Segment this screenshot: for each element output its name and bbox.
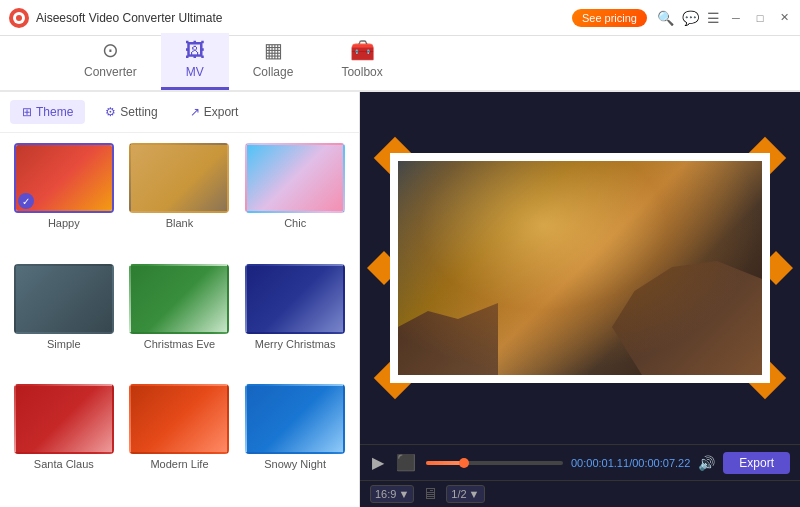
converter-icon: ⊙	[102, 38, 119, 62]
theme-item-santa[interactable]: Santa Claus	[10, 384, 118, 497]
app-logo	[8, 7, 30, 29]
theme-item-modern[interactable]: Modern Life	[126, 384, 234, 497]
progress-bar[interactable]	[426, 461, 563, 465]
theme-thumb-simple	[14, 264, 114, 334]
rock-right	[612, 255, 762, 375]
close-button[interactable]: ✕	[776, 10, 792, 26]
theme-thumb-blank	[129, 143, 229, 213]
video-controls: ▶ ⬛ 00:00:01.11/00:00:07.22 🔊 Export	[360, 444, 800, 480]
theme-item-snowy[interactable]: Snowy Night	[241, 384, 349, 497]
tab-mv[interactable]: 🖼 MV	[161, 33, 229, 90]
theme-thumb-merry-christmas	[245, 264, 345, 334]
left-panel: ⊞ Theme ⚙ Setting ↗ Export ✓ Happy	[0, 92, 360, 507]
tab-converter-label: Converter	[84, 65, 137, 79]
right-panel: ▶ ⬛ 00:00:01.11/00:00:07.22 🔊 Export 16:…	[360, 92, 800, 507]
comment-icon[interactable]: 💬	[682, 10, 699, 26]
video-frame	[390, 153, 770, 383]
theme-label-simple: Simple	[47, 338, 81, 350]
theme-grid-icon: ⊞	[22, 105, 32, 119]
theme-item-happy[interactable]: ✓ Happy	[10, 143, 118, 256]
theme-item-chic[interactable]: Chic	[241, 143, 349, 256]
tab-collage-label: Collage	[253, 65, 294, 79]
theme-item-christmas-eve[interactable]: Christmas Eve	[126, 264, 234, 377]
minimize-button[interactable]: ─	[728, 10, 744, 26]
theme-item-merry-christmas[interactable]: Merry Christmas	[241, 264, 349, 377]
theme-label-modern: Modern Life	[150, 458, 208, 470]
titlebar: Aiseesoft Video Converter Ultimate See p…	[0, 0, 800, 36]
video-preview	[360, 92, 800, 444]
panel-tabs: ⊞ Theme ⚙ Setting ↗ Export	[0, 92, 359, 133]
theme-thumb-chic	[245, 143, 345, 213]
time-current: 00:00:01.11	[571, 457, 629, 469]
theme-label-happy: Happy	[48, 217, 80, 229]
volume-icon[interactable]: 🔊	[698, 455, 715, 471]
tab-collage[interactable]: ▦ Collage	[229, 32, 318, 90]
tab-toolbox[interactable]: 🧰 Toolbox	[317, 32, 406, 90]
theme-label-christmas-eve: Christmas Eve	[144, 338, 216, 350]
titlebar-icons: 🔍 💬 ☰ ─ □ ✕	[657, 10, 792, 26]
panel-tab-setting-label: Setting	[120, 105, 157, 119]
play-button[interactable]: ▶	[370, 451, 386, 474]
ratio-chevron: ▼	[398, 488, 409, 500]
time-total: 00:00:07.22	[632, 457, 690, 469]
menu-icon[interactable]: ☰	[707, 10, 720, 26]
svg-point-2	[16, 15, 22, 21]
time-display: 00:00:01.11/00:00:07.22	[571, 457, 690, 469]
panel-tab-setting[interactable]: ⚙ Setting	[93, 100, 169, 124]
panel-tab-theme-label: Theme	[36, 105, 73, 119]
collage-icon: ▦	[264, 38, 283, 62]
quality-value: 1/2	[451, 488, 466, 500]
theme-thumb-christmas-eve	[129, 264, 229, 334]
tab-mv-label: MV	[186, 65, 204, 79]
export-button[interactable]: Export	[723, 452, 790, 474]
toolbox-icon: 🧰	[350, 38, 375, 62]
theme-thumb-santa	[14, 384, 114, 454]
stop-button[interactable]: ⬛	[394, 451, 418, 474]
ratio-select[interactable]: 16:9 ▼	[370, 485, 414, 503]
progress-thumb	[459, 458, 469, 468]
theme-label-santa: Santa Claus	[34, 458, 94, 470]
theme-grid: ✓ Happy Blank Chic	[0, 133, 359, 507]
monitor-icon: 🖥	[422, 485, 438, 503]
theme-item-simple[interactable]: Simple	[10, 264, 118, 377]
theme-selected-check: ✓	[18, 193, 34, 209]
video-image	[398, 161, 762, 375]
quality-chevron: ▼	[469, 488, 480, 500]
panel-tab-export-label: Export	[204, 105, 239, 119]
gear-icon: ⚙	[105, 105, 116, 119]
quality-select[interactable]: 1/2 ▼	[446, 485, 484, 503]
theme-thumb-modern	[129, 384, 229, 454]
search-icon[interactable]: 🔍	[657, 10, 674, 26]
theme-item-blank[interactable]: Blank	[126, 143, 234, 256]
panel-tab-theme[interactable]: ⊞ Theme	[10, 100, 85, 124]
maximize-button[interactable]: □	[752, 10, 768, 26]
theme-label-chic: Chic	[284, 217, 306, 229]
main-content: ⊞ Theme ⚙ Setting ↗ Export ✓ Happy	[0, 92, 800, 507]
theme-label-blank: Blank	[166, 217, 194, 229]
tab-toolbox-label: Toolbox	[341, 65, 382, 79]
ratio-value: 16:9	[375, 488, 396, 500]
panel-tab-export[interactable]: ↗ Export	[178, 100, 251, 124]
video-frame-outer	[390, 153, 770, 383]
theme-thumb-happy: ✓	[14, 143, 114, 213]
theme-label-merry-christmas: Merry Christmas	[255, 338, 336, 350]
see-pricing-button[interactable]: See pricing	[572, 9, 647, 27]
mv-icon: 🖼	[185, 39, 205, 62]
tab-converter[interactable]: ⊙ Converter	[60, 32, 161, 90]
rock-left	[398, 295, 498, 375]
export-icon: ↗	[190, 105, 200, 119]
app-title: Aiseesoft Video Converter Ultimate	[36, 11, 572, 25]
theme-label-snowy: Snowy Night	[264, 458, 326, 470]
theme-thumb-snowy	[245, 384, 345, 454]
nav-tabs: ⊙ Converter 🖼 MV ▦ Collage 🧰 Toolbox	[0, 36, 800, 92]
